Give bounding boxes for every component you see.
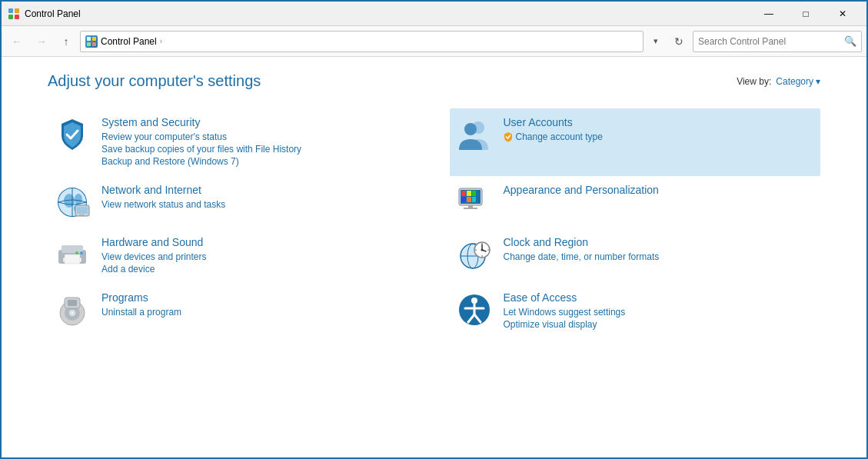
svg-rect-21 <box>461 191 466 196</box>
view-by-dropdown[interactable]: Category ▾ <box>776 76 820 87</box>
ease-of-access-text: Ease of Access Let Windows suggest setti… <box>504 291 815 331</box>
search-button[interactable]: 🔍 <box>840 31 861 52</box>
search-input[interactable] <box>693 36 840 47</box>
svg-rect-5 <box>92 37 96 41</box>
up-button[interactable]: ↑ <box>55 31 77 52</box>
svg-rect-27 <box>468 205 473 208</box>
category-clock-region[interactable]: Clock and Region Change date, time, or n… <box>450 228 821 284</box>
categories-grid: System and Security Review your computer… <box>48 108 820 339</box>
svg-point-34 <box>75 251 78 254</box>
category-ease-of-access[interactable]: Ease of Access Let Windows suggest setti… <box>450 284 821 339</box>
clock-region-icon <box>456 236 493 273</box>
system-security-icon <box>54 116 91 153</box>
shield-badge-icon <box>504 131 513 142</box>
svg-rect-4 <box>87 37 91 41</box>
system-security-link-2[interactable]: Save backup copies of your files with Fi… <box>101 144 413 155</box>
ease-of-access-link-2[interactable]: Optimize visual display <box>504 319 815 330</box>
category-programs[interactable]: Programs Uninstall a program <box>48 284 419 339</box>
category-hardware-sound[interactable]: Hardware and Sound View devices and prin… <box>48 228 419 284</box>
path-icon <box>85 35 98 48</box>
svg-rect-28 <box>464 208 477 209</box>
programs-link-1[interactable]: Uninstall a program <box>101 307 413 318</box>
path-text: Control Panel <box>101 36 157 47</box>
page-title: Adjust your computer's settings <box>48 72 261 90</box>
system-security-text: System and Security Review your computer… <box>101 116 413 168</box>
maximize-button[interactable]: □ <box>788 2 823 26</box>
network-internet-icon <box>54 184 91 221</box>
system-security-link-1[interactable]: Review your computer's status <box>101 131 413 142</box>
view-by-chevron-icon: ▾ <box>816 76 820 87</box>
ease-of-access-icon <box>456 291 493 328</box>
user-accounts-link-1[interactable]: Change account type <box>516 131 603 142</box>
ease-of-access-title[interactable]: Ease of Access <box>504 291 815 304</box>
hardware-sound-text: Hardware and Sound View devices and prin… <box>101 236 413 276</box>
svg-rect-6 <box>87 42 91 46</box>
network-internet-link-1[interactable]: View network status and tasks <box>101 199 413 210</box>
svg-rect-25 <box>467 197 471 202</box>
svg-rect-1 <box>15 8 19 13</box>
appearance-icon <box>456 184 493 221</box>
category-user-accounts[interactable]: User Accounts Change account type <box>450 108 821 176</box>
svg-rect-0 <box>8 8 13 13</box>
app-icon <box>8 8 20 20</box>
svg-point-33 <box>80 251 83 254</box>
programs-text: Programs Uninstall a program <box>101 291 413 319</box>
window-title: Control Panel <box>25 8 751 19</box>
clock-region-title[interactable]: Clock and Region <box>504 236 815 248</box>
appearance-title[interactable]: Appearance and Personalization <box>504 184 815 196</box>
category-system-security[interactable]: System and Security Review your computer… <box>48 108 419 176</box>
view-by-label: View by: <box>737 76 771 87</box>
category-appearance[interactable]: Appearance and Personalization <box>450 176 821 228</box>
clock-region-link-1[interactable]: Change date, time, or number formats <box>504 251 815 262</box>
svg-rect-32 <box>65 254 80 264</box>
user-accounts-link-row: Change account type <box>504 131 815 142</box>
clock-region-text: Clock and Region Change date, time, or n… <box>504 236 815 264</box>
svg-rect-23 <box>472 191 476 196</box>
minimize-button[interactable]: — <box>751 2 787 26</box>
svg-rect-26 <box>472 197 476 202</box>
svg-point-49 <box>71 311 74 314</box>
hardware-sound-link-1[interactable]: View devices and printers <box>101 251 413 262</box>
address-path[interactable]: Control Panel › <box>80 31 644 52</box>
svg-rect-3 <box>15 15 19 19</box>
svg-rect-2 <box>8 15 13 19</box>
network-internet-text: Network and Internet View network status… <box>101 184 413 211</box>
refresh-button[interactable]: ↻ <box>668 31 690 52</box>
page-header: Adjust your computer's settings View by:… <box>48 72 820 90</box>
svg-point-13 <box>75 194 82 205</box>
search-box[interactable]: 🔍 <box>693 31 862 52</box>
user-accounts-text: User Accounts Change account type <box>504 116 815 144</box>
network-internet-title[interactable]: Network and Internet <box>101 184 413 196</box>
system-security-title[interactable]: System and Security <box>101 116 413 128</box>
programs-title[interactable]: Programs <box>101 291 413 304</box>
view-by-control: View by: Category ▾ <box>737 76 820 87</box>
svg-rect-22 <box>467 191 471 196</box>
appearance-text: Appearance and Personalization <box>504 184 815 199</box>
main-content: Adjust your computer's settings View by:… <box>2 57 866 459</box>
user-accounts-icon <box>456 116 493 153</box>
close-button[interactable]: ✕ <box>825 2 860 26</box>
category-network-internet[interactable]: Network and Internet View network status… <box>48 176 419 228</box>
path-chevron: › <box>160 37 162 45</box>
hardware-sound-link-2[interactable]: Add a device <box>101 264 413 274</box>
forward-button[interactable]: → <box>31 31 52 52</box>
back-button[interactable]: ← <box>6 31 28 52</box>
svg-rect-30 <box>62 245 83 253</box>
title-bar: Control Panel — □ ✕ <box>2 2 866 26</box>
ease-of-access-link-1[interactable]: Let Windows suggest settings <box>504 307 815 318</box>
address-bar: ← → ↑ Control Panel › ▾ ↻ 🔍 <box>2 26 866 57</box>
hardware-sound-icon <box>54 236 91 273</box>
window-controls: — □ ✕ <box>751 2 860 26</box>
system-security-link-3[interactable]: Backup and Restore (Windows 7) <box>101 156 413 167</box>
programs-icon <box>54 291 91 328</box>
svg-point-9 <box>464 123 477 135</box>
hardware-sound-title[interactable]: Hardware and Sound <box>101 236 413 248</box>
svg-rect-51 <box>68 300 77 306</box>
address-dropdown-button[interactable]: ▾ <box>647 31 665 52</box>
svg-rect-24 <box>461 197 466 202</box>
view-by-value-text: Category <box>776 76 813 87</box>
svg-rect-18 <box>79 215 84 216</box>
svg-rect-7 <box>92 42 96 46</box>
user-accounts-title[interactable]: User Accounts <box>504 116 815 128</box>
svg-rect-17 <box>77 207 88 214</box>
